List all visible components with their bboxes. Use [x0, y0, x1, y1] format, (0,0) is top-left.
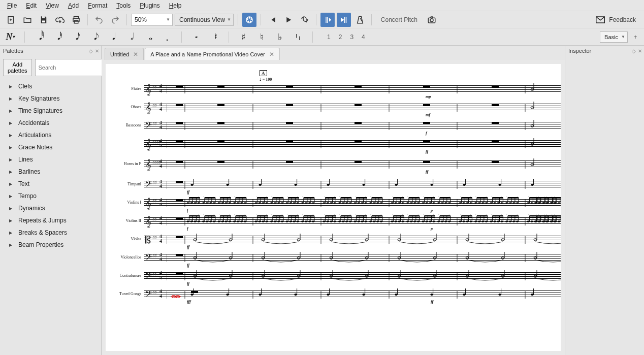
- svg-point-520: [538, 202, 541, 204]
- duration-8th-button[interactable]: 𝅘𝅥𝅮: [88, 30, 100, 44]
- undock-icon[interactable]: ◇: [89, 48, 93, 54]
- palette-item-key-signatures[interactable]: ▶Key Signatures: [0, 92, 101, 105]
- palette-item-breaks-spacers[interactable]: ▶Breaks & Spacers: [0, 227, 101, 239]
- loop-in-button[interactable]: [320, 13, 335, 27]
- menu-plugins[interactable]: Plugins: [136, 1, 164, 10]
- print-button[interactable]: [69, 13, 83, 27]
- palette-item-grace-notes[interactable]: ▶Grace Notes: [0, 141, 101, 153]
- note-input-toolbar: N▾ 𝅘𝅥𝅱 𝅘𝅥𝅰 𝅘𝅥𝅯 𝅘𝅥𝅮 𝅘𝅥 𝅗𝅥 𝅝 . 𝆝 𝄽 ♯ ♮ ♭ 1…: [0, 28, 644, 46]
- zoom-combo[interactable]: 50% ▼: [131, 14, 173, 26]
- palette-item-text[interactable]: ▶Text: [0, 178, 101, 190]
- midi-input-button[interactable]: [242, 13, 256, 27]
- palette-item-clefs[interactable]: ▶Clefs: [0, 80, 101, 92]
- menu-view[interactable]: View: [42, 1, 63, 10]
- time-signature: 44: [159, 216, 162, 225]
- note-input-mode-button[interactable]: N▾: [4, 30, 16, 44]
- svg-point-860: [490, 220, 493, 222]
- add-workspace-button[interactable]: +: [631, 34, 640, 41]
- tab-untitled[interactable]: Untitled ✕: [105, 48, 144, 60]
- svg-point-340: [237, 202, 239, 204]
- svg-point-1066: [433, 239, 436, 241]
- menu-tools[interactable]: Tools: [112, 1, 135, 10]
- concert-pitch-button[interactable]: Concert Pitch: [376, 13, 423, 27]
- svg-point-10: [251, 18, 252, 19]
- view-mode-combo[interactable]: Continuous View ▼: [175, 14, 234, 26]
- palette-item-time-signatures[interactable]: ▶Time Signatures: [0, 105, 101, 117]
- close-icon[interactable]: ✕: [269, 51, 274, 58]
- palette-item-articulations[interactable]: ▶Articulations: [0, 129, 101, 141]
- sharp-button[interactable]: ♯: [237, 30, 249, 44]
- duration-half-button[interactable]: 𝅗𝅥: [124, 30, 137, 44]
- close-icon[interactable]: ✕: [133, 51, 138, 58]
- natural-button[interactable]: ♮: [255, 30, 268, 44]
- menu-edit[interactable]: Edit: [22, 1, 41, 10]
- clef-icon: 𝄢: [145, 251, 152, 265]
- palette-item-beam-properties[interactable]: ▶Beam Properties: [0, 239, 101, 251]
- palette-item-tempo[interactable]: ▶Tempo: [0, 190, 101, 202]
- menu-file[interactable]: File: [3, 1, 21, 10]
- palette-item-repeats-jumps[interactable]: ▶Repeats & Jumps: [0, 214, 101, 227]
- save-online-button[interactable]: [53, 13, 67, 27]
- duration-16th-button[interactable]: 𝅘𝅥𝅯: [70, 30, 82, 44]
- palette-item-barlines[interactable]: ▶Barlines: [0, 166, 101, 178]
- voice-4-button[interactable]: 4: [360, 33, 367, 42]
- svg-text:▬: ▬: [286, 137, 293, 144]
- svg-point-854: [481, 220, 484, 222]
- rewind-button[interactable]: [265, 13, 279, 27]
- voice-2-button[interactable]: 2: [337, 33, 344, 42]
- open-button[interactable]: [20, 13, 35, 27]
- palette-item-dynamics[interactable]: ▶Dynamics: [0, 202, 101, 214]
- svg-point-1152: [262, 275, 265, 277]
- close-icon[interactable]: ✕: [95, 48, 99, 54]
- voice-3-button[interactable]: 3: [348, 33, 356, 42]
- score-canvas[interactable]: A ♩ = 100 Flutes𝄞♯♯44▬▬▬▬▬▬▬mpOboes𝄞♯♯44…: [102, 60, 565, 355]
- save-button[interactable]: [37, 13, 51, 27]
- augmentation-dot-button[interactable]: .: [161, 30, 173, 44]
- palette-search-input[interactable]: [35, 59, 112, 76]
- clef-icon: 𝄡: [145, 233, 151, 247]
- menu-format[interactable]: Format: [84, 1, 111, 10]
- svg-point-277: [430, 184, 433, 186]
- redo-button[interactable]: [108, 13, 122, 27]
- loop-out-button[interactable]: [337, 13, 351, 27]
- undock-icon[interactable]: ◇: [632, 48, 636, 54]
- new-score-button[interactable]: [4, 13, 18, 27]
- svg-point-312: [194, 202, 197, 204]
- caret-down-icon: ▼: [621, 35, 625, 39]
- svg-point-700: [218, 220, 220, 222]
- tab-a-place-and-a-name[interactable]: A Place and a Name Promotional Video Cov…: [145, 48, 279, 60]
- add-palettes-button[interactable]: Add palettes: [3, 59, 32, 76]
- feedback-button[interactable]: Feedback: [592, 16, 640, 23]
- staff-notes: ▬: [167, 287, 561, 302]
- close-icon[interactable]: ✕: [638, 48, 642, 54]
- flat-button[interactable]: ♭: [274, 30, 286, 44]
- workspace-combo[interactable]: Basic ▼: [600, 31, 628, 43]
- duration-quarter-button[interactable]: 𝅘𝅥: [106, 30, 118, 44]
- svg-point-892: [538, 220, 541, 222]
- svg-point-876: [516, 220, 519, 222]
- undo-button[interactable]: [92, 13, 106, 27]
- flip-button[interactable]: [292, 30, 304, 44]
- tie-button[interactable]: 𝆝: [190, 30, 202, 44]
- menu-add[interactable]: Add: [64, 1, 83, 10]
- duration-whole-button[interactable]: 𝅝: [143, 30, 155, 44]
- duration-32nd-button[interactable]: 𝅘𝅥𝅰: [51, 30, 63, 44]
- svg-text:▬: ▬: [286, 157, 293, 165]
- menu-help[interactable]: Help: [165, 1, 186, 10]
- image-capture-button[interactable]: [425, 13, 439, 27]
- svg-text:▬: ▬: [176, 119, 183, 126]
- metronome-button[interactable]: [353, 13, 367, 27]
- rest-button[interactable]: 𝄽: [208, 30, 220, 44]
- loop-button[interactable]: [298, 13, 312, 27]
- svg-point-694: [209, 220, 212, 222]
- svg-point-890: [535, 220, 537, 222]
- svg-point-492: [497, 202, 500, 204]
- palette-item-lines[interactable]: ▶Lines: [0, 153, 101, 166]
- duration-64th-button[interactable]: 𝅘𝅥𝅱: [33, 30, 45, 44]
- svg-point-1108: [330, 257, 333, 259]
- svg-point-267: [259, 184, 261, 186]
- svg-point-784: [361, 220, 364, 222]
- palette-item-accidentals[interactable]: ▶Accidentals: [0, 117, 101, 129]
- play-button[interactable]: [281, 13, 296, 27]
- voice-1-button[interactable]: 1: [325, 33, 333, 42]
